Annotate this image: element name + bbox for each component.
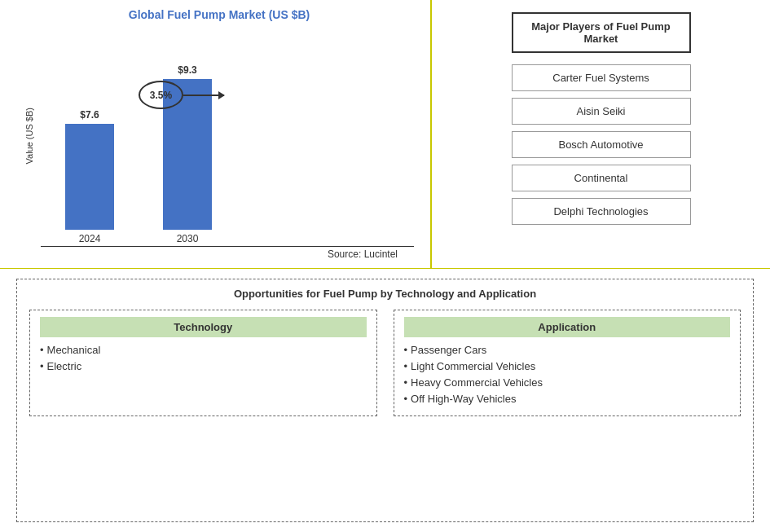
player-item-4: Continental xyxy=(512,165,691,191)
app-bullet-4: • xyxy=(404,393,408,405)
opportunities-outer: Opportunities for Fuel Pump by Technolog… xyxy=(16,279,754,522)
y-axis-label: Value (US $B) xyxy=(24,108,34,165)
bar-group-2024: $7.6 2024 xyxy=(65,109,114,244)
app-item-4: • Off High-Way Vehicles xyxy=(404,393,731,405)
app-item-text-2: Light Commercial Vehicles xyxy=(411,360,730,372)
app-item-1: • Passenger Cars xyxy=(404,344,731,356)
chart-area: Value (US $B) $7.6 2024 $9.3 xyxy=(24,28,414,244)
bar-2024 xyxy=(65,124,114,230)
source-text: Source: Lucintel xyxy=(328,248,414,260)
bar-label-2024: 2024 xyxy=(79,233,101,244)
tech-item-1: • Mechanical xyxy=(40,344,367,356)
app-bullet-1: • xyxy=(404,344,408,356)
bullet-2: • xyxy=(40,360,44,372)
chart-section: Global Fuel Pump Market (US $B) Value (U… xyxy=(0,0,432,268)
bottom-section: Opportunities for Fuel Pump by Technolog… xyxy=(0,269,770,532)
main-container: Global Fuel Pump Market (US $B) Value (U… xyxy=(0,0,770,532)
bullet-1: • xyxy=(40,344,44,356)
app-item-text-4: Off High-Way Vehicles xyxy=(411,393,730,405)
players-section: Major Players of Fuel Pump Market Carter… xyxy=(432,0,770,268)
bars-container: $7.6 2024 $9.3 2030 xyxy=(41,64,414,244)
top-section: Global Fuel Pump Market (US $B) Value (U… xyxy=(0,0,770,269)
technology-header: Technology xyxy=(40,317,367,337)
chart-title: Global Fuel Pump Market (US $B) xyxy=(129,8,310,21)
app-item-text-1: Passenger Cars xyxy=(411,344,730,356)
app-item-2: • Light Commercial Vehicles xyxy=(404,360,731,372)
tech-item-text-2: Electric xyxy=(47,360,367,372)
technology-column: Technology • Mechanical • Electric xyxy=(29,310,377,416)
arrow-line xyxy=(183,95,224,96)
bar-value-2030: $9.3 xyxy=(178,64,196,76)
player-item-5: Delphi Technologies xyxy=(512,198,691,225)
application-header: Application xyxy=(404,317,731,337)
player-item-1: Carter Fuel Systems xyxy=(512,64,691,91)
annotation-container: 3.5% xyxy=(139,81,224,109)
application-column: Application • Passenger Cars • Light Com… xyxy=(394,310,741,416)
player-item-2: Aisin Seiki xyxy=(512,98,691,125)
players-title: Major Players of Fuel Pump Market xyxy=(512,12,691,53)
opp-columns: Technology • Mechanical • Electric Appli… xyxy=(29,310,741,416)
player-item-3: Bosch Automotive xyxy=(512,131,691,158)
annotation-label: 3.5% xyxy=(150,90,172,101)
app-item-text-3: Heavy Commercial Vehicles xyxy=(411,376,730,389)
bar-value-2024: $7.6 xyxy=(80,109,99,121)
tech-item-2: • Electric xyxy=(40,360,367,372)
bar-label-2030: 2030 xyxy=(177,233,199,244)
app-bullet-3: • xyxy=(404,376,408,389)
x-axis-line xyxy=(41,246,414,247)
tech-item-text-1: Mechanical xyxy=(47,344,367,356)
oval-annotation: 3.5% xyxy=(139,81,183,109)
bar-chart: $7.6 2024 $9.3 2030 xyxy=(41,64,414,244)
opportunities-title: Opportunities for Fuel Pump by Technolog… xyxy=(29,288,741,300)
app-item-3: • Heavy Commercial Vehicles xyxy=(404,376,731,389)
app-bullet-2: • xyxy=(404,360,408,372)
